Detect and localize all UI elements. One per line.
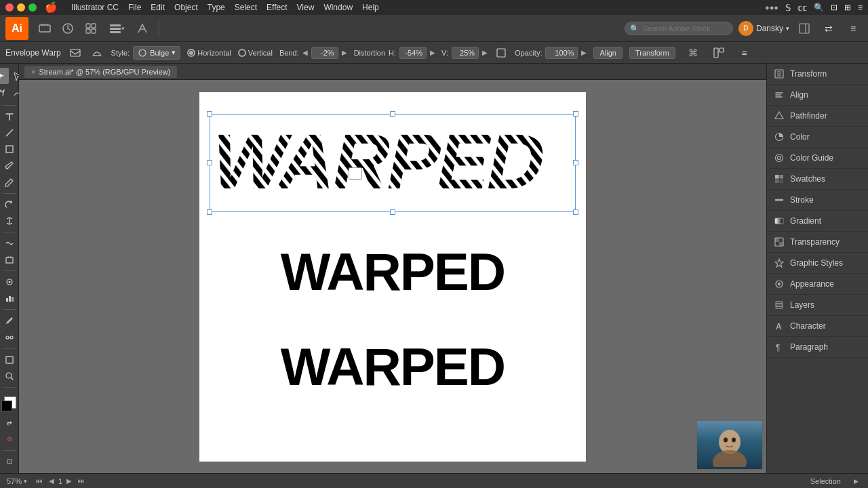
panel-item-graphic-styles[interactable]: Graphic Styles [767, 253, 868, 274]
options-menu-btn[interactable]: ≡ [735, 43, 754, 62]
panel-item-align[interactable]: Align [767, 85, 868, 106]
panel-item-swatches[interactable]: Swatches [767, 169, 868, 190]
apple-logo[interactable]: 🍎 [45, 1, 58, 14]
panel-item-paragraph[interactable]: ¶ Paragraph [767, 337, 868, 358]
menu-illustrator[interactable]: Illustrator CC [71, 3, 119, 12]
none-color-btn[interactable]: ⊘ [1, 432, 18, 447]
change-screen-btn[interactable]: ⊡ [1, 454, 18, 469]
user-account[interactable]: D Dansky ▾ [738, 21, 789, 36]
pen-tool[interactable] [0, 85, 9, 102]
exchange-icon[interactable]: ⇄ [819, 19, 838, 38]
last-page-btn[interactable]: ⏭ [76, 476, 87, 487]
bend-left-arrow[interactable]: ◀ [302, 49, 308, 56]
h-value[interactable]: -54% [399, 47, 427, 59]
menu-file[interactable]: File [128, 3, 141, 12]
envelope-icon1[interactable] [68, 45, 83, 60]
close-button[interactable] [5, 3, 14, 12]
opacity-value[interactable]: 100% [545, 47, 578, 59]
handle-bl[interactable] [207, 209, 212, 215]
next-page-btn[interactable]: ▶ [64, 476, 75, 487]
reflect-tool[interactable] [1, 214, 18, 228]
menu-type[interactable]: Type [208, 3, 225, 12]
panel-item-gradient[interactable]: Gradient [767, 211, 868, 232]
color-swatches[interactable] [0, 394, 19, 411]
panel-item-pathfinder[interactable]: Pathfinder [767, 106, 868, 127]
user-dropdown-icon[interactable]: ▾ [786, 25, 789, 32]
window-controls[interactable] [5, 3, 37, 12]
artboard-tool[interactable] [1, 352, 18, 367]
pen-tool-quick[interactable] [133, 19, 152, 38]
bend-value[interactable]: -2% [311, 47, 338, 59]
zoom-tool[interactable] [1, 369, 18, 384]
line-tool[interactable] [1, 125, 18, 140]
menu-edit[interactable]: Edit [151, 3, 165, 12]
blend-tool[interactable] [1, 329, 18, 344]
type-tool[interactable] [1, 109, 18, 124]
menu-window[interactable]: Window [323, 3, 353, 12]
handle-mr[interactable] [573, 160, 578, 165]
envelope-icon2[interactable] [90, 45, 104, 60]
panel-item-character[interactable]: A Character [767, 316, 868, 337]
zoom-dropdown-arrow[interactable]: ▾ [24, 478, 27, 485]
menu-select[interactable]: Select [235, 3, 257, 12]
swap-colors-btn[interactable]: ⇄ [1, 415, 18, 430]
stock-btn[interactable] [58, 19, 77, 38]
bend-right-arrow[interactable]: ▶ [342, 49, 347, 56]
libraries-btn[interactable] [81, 19, 100, 38]
panel-item-color-guide[interactable]: Color Guide [767, 148, 868, 169]
user-name[interactable]: Dansky [756, 24, 783, 33]
warp-icon-btn[interactable]: ⌘ [684, 43, 703, 62]
menu-extra-icon[interactable]: ≡ [858, 3, 863, 12]
paintbrush-tool[interactable] [1, 158, 18, 173]
rect-tool[interactable] [1, 142, 18, 157]
distortion-options-btn[interactable] [494, 46, 508, 60]
tab-close-icon[interactable]: × [31, 68, 35, 76]
menu-effect[interactable]: Effect [267, 3, 287, 12]
style-dropdown[interactable]: Bulge ▾ [133, 46, 180, 60]
maximize-button[interactable] [28, 3, 37, 12]
horizontal-radio[interactable] [187, 49, 195, 57]
handle-tm[interactable] [390, 111, 395, 117]
selection-tool[interactable] [0, 68, 9, 84]
panel-item-transparency[interactable]: Transparency [767, 232, 868, 253]
transform-btn[interactable]: Transform [629, 47, 675, 59]
minimize-button[interactable] [17, 3, 25, 12]
menu-object[interactable]: Object [174, 3, 198, 12]
handle-bm[interactable] [390, 209, 395, 215]
panel-item-layers[interactable]: Layers [767, 295, 868, 316]
panels-toggle-btn2[interactable] [709, 43, 728, 62]
align-btn[interactable]: Align [593, 47, 622, 59]
airdrop-icon[interactable]: ⊡ [831, 3, 837, 12]
column-graph-tool[interactable] [1, 291, 18, 306]
handle-tl[interactable] [207, 111, 212, 117]
h-right-arrow[interactable]: ▶ [430, 49, 435, 56]
menu-help[interactable]: Help [362, 3, 379, 12]
eyedropper-tool[interactable] [1, 313, 18, 328]
search-stock-input[interactable] [625, 22, 733, 35]
artboard[interactable]: WARPED ⌖ WARPED WARPED [199, 92, 586, 462]
grid-icon[interactable]: ⊞ [844, 3, 851, 12]
vertical-radio[interactable] [238, 49, 246, 57]
menu-icon[interactable]: ≡ [844, 19, 863, 38]
mac-menu[interactable]: Illustrator CC File Edit Object Type Sel… [71, 3, 379, 12]
status-arrow-btn[interactable]: ▶ [850, 476, 861, 487]
vertical-option[interactable]: Vertical [238, 49, 273, 57]
v-value[interactable]: 25% [452, 47, 479, 59]
rotate-tool[interactable] [1, 197, 18, 212]
horizontal-option[interactable]: Horizontal [187, 49, 231, 57]
panel-item-stroke[interactable]: Stroke [767, 190, 868, 211]
symbol-sprayer-tool[interactable] [1, 274, 18, 289]
handle-ml[interactable] [207, 160, 212, 165]
prev-page-btn[interactable]: ◀ [46, 476, 57, 487]
handle-tr[interactable] [573, 111, 578, 117]
bridge-btn[interactable] [35, 19, 54, 38]
canvas-scroll-area[interactable]: WARPED ⌖ WARPED WARPED [19, 80, 766, 473]
first-page-btn[interactable]: ⏮ [34, 476, 45, 487]
menu-view[interactable]: View [297, 3, 315, 12]
panel-item-appearance[interactable]: Appearance [767, 274, 868, 295]
s-icon[interactable]: 𝕊 [785, 3, 791, 13]
v-right-arrow[interactable]: ▶ [482, 49, 488, 56]
panel-item-transform[interactable]: Transform [767, 64, 868, 85]
document-tab[interactable]: × Stream.ai* @ 57% (RGB/GPU Preview) [24, 66, 177, 78]
panel-item-color[interactable]: Color [767, 127, 868, 148]
